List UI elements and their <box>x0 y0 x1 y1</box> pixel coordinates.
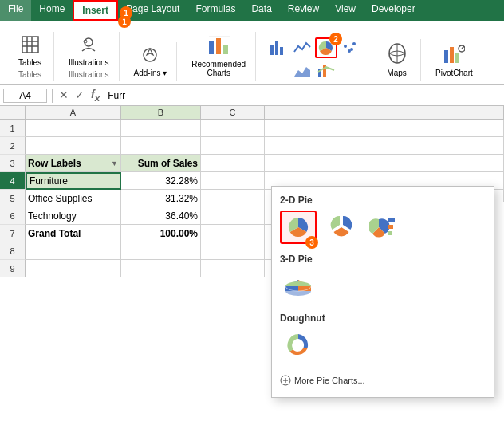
cell-B3-sum-of-sales[interactable]: Sum of Sales <box>121 155 201 172</box>
furniture-text: Furniture <box>30 175 68 187</box>
row-num-7: 7 <box>0 225 26 242</box>
2d-pie-options: 3 <box>280 211 486 244</box>
cancel-formula-icon[interactable]: ✕ <box>57 89 70 101</box>
area-chart-button[interactable] <box>291 61 313 79</box>
pivotchart-button[interactable]: PivotChart <box>432 41 476 79</box>
cell-C3[interactable] <box>201 155 265 172</box>
col-header-B[interactable]: B <box>121 106 201 119</box>
cell-C8[interactable] <box>201 242 265 260</box>
pie-2d-bar-button[interactable] <box>366 211 403 244</box>
cell-B5-office-supplies-value[interactable]: 31.32% <box>121 190 201 207</box>
line-chart-button[interactable] <box>291 39 313 57</box>
tab-formulas[interactable]: Formulas <box>187 0 243 21</box>
ribbon-group-maps: Maps <box>373 39 421 81</box>
tables-icon <box>21 35 40 57</box>
pie-3d-button[interactable] <box>280 270 317 303</box>
svg-rect-29 <box>388 231 392 235</box>
tab-file[interactable]: File <box>0 0 31 21</box>
col-header-A[interactable]: A <box>26 106 121 119</box>
cell-reference-input[interactable] <box>3 89 47 103</box>
svg-rect-24 <box>455 53 459 63</box>
row-num-header <box>0 106 26 119</box>
badge-2: 2 <box>329 33 342 45</box>
cell-A8[interactable] <box>26 242 121 260</box>
pie-2d-standard-button[interactable]: 3 <box>280 211 317 244</box>
illustrations-label: Illustrations <box>69 58 109 67</box>
pie-2d-exploded-button[interactable] <box>323 211 360 244</box>
3d-pie-options <box>280 270 486 303</box>
cell-A7-grand-total[interactable]: Grand Total <box>26 225 121 242</box>
recommended-charts-button[interactable]: RecommendedCharts <box>188 33 249 79</box>
cell-B7-grand-total-value[interactable]: 100.00% <box>121 225 201 242</box>
cell-B1[interactable] <box>121 120 201 137</box>
row-num-3: 3 <box>0 155 26 172</box>
cell-B9[interactable] <box>121 260 201 277</box>
cell-A2[interactable] <box>26 137 121 155</box>
cell-C1[interactable] <box>201 120 265 137</box>
svg-rect-28 <box>388 225 393 229</box>
maps-button[interactable]: Maps <box>383 41 411 79</box>
row-num-6: 6 <box>0 207 26 225</box>
cell-A5-office-supplies[interactable]: Office Supplies <box>26 190 121 207</box>
cell-C2[interactable] <box>201 137 265 155</box>
combo-chart-button[interactable] <box>315 61 337 79</box>
cell-A1[interactable] <box>26 120 121 137</box>
cell-B2[interactable] <box>121 137 201 155</box>
addins-icon <box>140 45 159 67</box>
tab-view[interactable]: View <box>327 0 364 21</box>
doughnut-button[interactable] <box>280 329 317 362</box>
ribbon-content: Tables Tables Illustrations Illustration… <box>0 21 504 85</box>
tables-label: Tables <box>18 58 41 67</box>
svg-rect-8 <box>209 41 214 54</box>
cell-A4-furniture[interactable]: Furniture <box>26 172 121 190</box>
tab-home[interactable]: Home <box>31 0 73 21</box>
svg-rect-9 <box>216 38 221 54</box>
more-pie-charts-label: More Pie Charts... <box>294 376 365 385</box>
office-supplies-value: 31.32% <box>165 193 198 204</box>
cell-B6-technology-value[interactable]: 36.40% <box>121 207 201 225</box>
chart-type-dropdown: 2-D Pie 3 <box>271 186 494 398</box>
svg-rect-22 <box>444 50 448 63</box>
formula-bar: ✕ ✓ fx <box>0 85 504 106</box>
cell-C9[interactable] <box>201 260 265 277</box>
confirm-formula-icon[interactable]: ✓ <box>73 89 86 101</box>
row-num-9: 9 <box>0 260 26 277</box>
maps-icon <box>386 42 408 67</box>
more-pie-charts-link[interactable]: More Pie Charts... <box>280 372 486 389</box>
cell-C4[interactable] <box>201 172 265 190</box>
tab-review[interactable]: Review <box>280 0 327 21</box>
svg-point-17 <box>350 48 353 51</box>
tab-insert[interactable]: Insert <box>73 0 118 21</box>
tab-developer[interactable]: Developer <box>364 0 423 21</box>
cell-C5[interactable] <box>201 190 265 207</box>
scatter-chart-button[interactable] <box>339 39 361 57</box>
2d-pie-title: 2-D Pie <box>280 195 486 206</box>
cell-B4-furniture-value[interactable]: 32.28% <box>121 172 201 190</box>
pivotchart-label: PivotChart <box>435 69 473 77</box>
grand-total-text: Grand Total <box>28 228 81 239</box>
table-row: 1 <box>0 120 504 137</box>
technology-text: Technology <box>28 211 77 222</box>
col-header-C[interactable]: C <box>201 106 265 119</box>
row-num-4: 4 <box>0 172 26 190</box>
cell-A6-technology[interactable]: Technology <box>26 207 121 225</box>
tab-data[interactable]: Data <box>243 0 279 21</box>
bar-chart-button[interactable] <box>267 39 289 57</box>
cell-C6[interactable] <box>201 207 265 225</box>
tables-button[interactable]: Tables <box>15 33 45 69</box>
cell-rest-3 <box>265 155 504 172</box>
cell-A3-row-labels[interactable]: Row Labels ▼ <box>26 155 121 172</box>
pie-chart-button[interactable]: 2 <box>315 37 337 58</box>
illustrations-button[interactable]: Illustrations <box>65 33 112 69</box>
cell-B8[interactable] <box>121 242 201 260</box>
formula-input[interactable] <box>104 89 501 102</box>
cell-A9[interactable] <box>26 260 121 277</box>
addins-button[interactable]: Add-ins ▾ <box>131 44 171 79</box>
function-icon[interactable]: fx <box>89 88 101 103</box>
cell-C7[interactable] <box>201 225 265 242</box>
maps-label: Maps <box>387 69 406 77</box>
3d-pie-title: 3-D Pie <box>280 254 486 265</box>
row-labels-dropdown[interactable]: ▼ <box>111 159 118 167</box>
office-supplies-text: Office Supplies <box>28 193 93 204</box>
row-num-5: 5 <box>0 190 26 207</box>
